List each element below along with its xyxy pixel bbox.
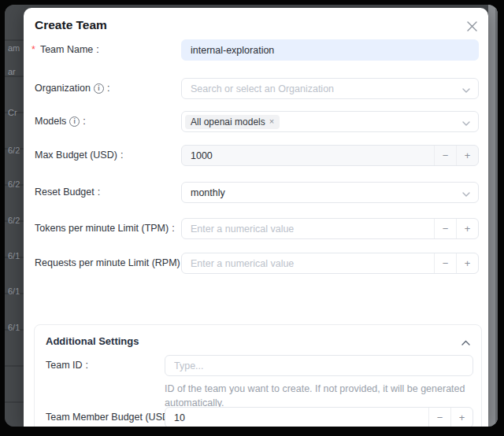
background-text-fragment: 6/1 bbox=[8, 251, 20, 260]
rpm-limit-input[interactable] bbox=[182, 253, 434, 273]
info-icon: i bbox=[69, 116, 80, 127]
background-page-strip bbox=[488, 5, 498, 427]
model-tag: All openai models × bbox=[185, 115, 280, 129]
max-budget-input[interactable] bbox=[182, 146, 434, 165]
team-name-field bbox=[181, 39, 479, 61]
chevron-down-icon bbox=[462, 186, 470, 200]
background-table-strip: amarCr6/26/26/26/16/16/1 bbox=[5, 5, 24, 427]
background-text-fragment: Cr bbox=[8, 108, 17, 117]
organization-select[interactable]: Search or select an Organization bbox=[181, 78, 479, 99]
modal-title: Create Team bbox=[35, 18, 107, 32]
increment-button[interactable]: + bbox=[456, 253, 478, 273]
increment-button[interactable]: + bbox=[456, 219, 478, 238]
rpm-limit-label: Requests per minute Limit (RPM) : bbox=[35, 257, 186, 268]
tpm-limit-label: Tokens per minute Limit (TPM) : bbox=[35, 223, 175, 234]
tpm-limit-input[interactable] bbox=[182, 219, 434, 238]
max-budget-field: − + bbox=[181, 145, 479, 166]
models-label: Models i : bbox=[35, 116, 86, 127]
team-member-budget-input[interactable] bbox=[165, 408, 428, 427]
background-text-fragment: 6/2 bbox=[8, 146, 20, 155]
background-text-fragment: 6/2 bbox=[8, 179, 20, 189]
additional-settings-card: Additional Settings Team ID : ID of the … bbox=[34, 324, 482, 427]
decrement-button[interactable]: − bbox=[428, 408, 450, 427]
models-select[interactable]: All openai models × bbox=[181, 111, 479, 132]
rpm-limit-field: − + bbox=[181, 253, 479, 274]
team-member-budget-field: − + bbox=[165, 407, 473, 427]
tpm-limit-field: − + bbox=[181, 218, 479, 239]
reset-budget-select[interactable]: monthly bbox=[181, 182, 479, 203]
reset-budget-label: Reset Budget : bbox=[35, 187, 100, 198]
team-id-help-text: ID of the team you want to create. If no… bbox=[165, 382, 481, 410]
increment-button[interactable]: + bbox=[450, 408, 472, 427]
background-text-fragment: am bbox=[8, 43, 20, 53]
tag-remove-icon[interactable]: × bbox=[269, 117, 274, 126]
chevron-up-icon[interactable] bbox=[459, 336, 472, 349]
max-budget-label: Max Budget (USD) : bbox=[35, 150, 123, 161]
background-text-fragment: 6/2 bbox=[8, 216, 20, 225]
background-text-fragment: 6/1 bbox=[8, 323, 20, 332]
decrement-button[interactable]: − bbox=[434, 146, 456, 165]
background-text-fragment: 6/1 bbox=[8, 286, 20, 296]
team-name-input[interactable] bbox=[182, 40, 478, 60]
increment-button[interactable]: + bbox=[456, 146, 478, 165]
team-id-input[interactable] bbox=[165, 356, 472, 375]
chevron-down-icon bbox=[462, 82, 470, 96]
background-text-fragment: ar bbox=[8, 67, 16, 76]
team-id-field bbox=[165, 355, 473, 376]
chevron-down-icon bbox=[462, 115, 470, 129]
additional-settings-title: Additional Settings bbox=[46, 335, 139, 347]
required-asterisk: * bbox=[32, 44, 35, 55]
close-icon[interactable] bbox=[465, 19, 479, 33]
info-icon: i bbox=[94, 83, 104, 94]
decrement-button[interactable]: − bbox=[434, 219, 456, 238]
organization-label: Organization i : bbox=[35, 83, 109, 94]
reset-budget-value: monthly bbox=[182, 187, 478, 198]
decrement-button[interactable]: − bbox=[434, 253, 456, 273]
team-name-label: * Team Name : bbox=[32, 44, 99, 55]
create-team-modal: Create Team * Team Name : Organization i… bbox=[24, 8, 488, 427]
browser-window: amarCr6/26/26/26/16/16/1 Create Team * T… bbox=[5, 5, 498, 427]
team-id-label: Team ID : bbox=[46, 360, 88, 371]
